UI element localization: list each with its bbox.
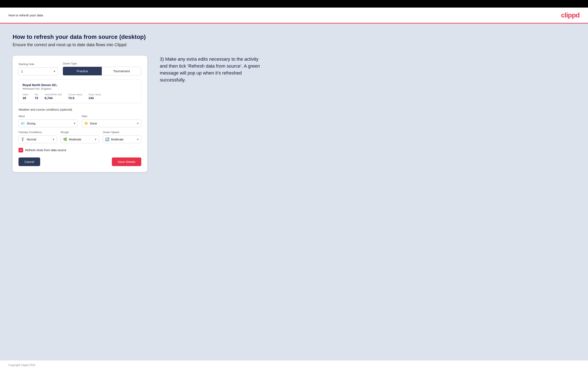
fairway-group: Fairway Conditions 🏌️ Normal ▼: [18, 131, 57, 143]
rain-label: Rain: [82, 115, 141, 118]
par-stat: Par 72: [35, 93, 38, 100]
green-speed-icon: 🔄: [105, 137, 109, 141]
rough-value: Moderate: [69, 138, 93, 141]
wind-value: Strong: [27, 122, 72, 125]
rain-select[interactable]: ☀️ None ▼: [82, 119, 141, 127]
main-content: How to refresh your data from source (de…: [0, 24, 588, 360]
course-info-box: Royal North Devon GC, Westward Ho!, Engl…: [18, 80, 141, 103]
checkmark-icon: ✓: [19, 149, 22, 152]
starting-hole-label: Starting Hole: [18, 63, 58, 66]
page-subtitle: Ensure the correct and most up to date d…: [13, 42, 575, 47]
holes-label: Holes: [23, 93, 28, 96]
rain-group: Rain ☀️ None ▼: [82, 115, 141, 127]
copyright-text: Copyright Clippd 2022: [9, 363, 35, 367]
practice-button[interactable]: Practice: [63, 67, 102, 75]
content-layout: Starting Hole 1 ▼ Game Type Practice Tou…: [13, 56, 575, 172]
top-form-row: Starting Hole 1 ▼ Game Type Practice Tou…: [18, 62, 141, 75]
yards-stat: Yards/White (M)) 6,744: [44, 93, 62, 100]
slope-rating-label: Slope rating: [88, 93, 101, 96]
fairway-value: Normal: [27, 138, 51, 141]
green-speed-select[interactable]: 🔄 Moderate ▼: [103, 135, 141, 143]
slope-rating-stat: Slope rating 134: [88, 93, 101, 100]
instruction-panel: 3) Make any extra edits necessary to the…: [160, 56, 261, 83]
game-type-group: Game Type Practice Tournament: [63, 62, 141, 75]
rough-icon: 🌿: [63, 137, 67, 141]
starting-hole-select-wrapper: 1 ▼: [18, 67, 58, 75]
green-speed-group: Green Speed 🔄 Moderate ▼: [103, 131, 141, 143]
conditions-second-row: Fairway Conditions 🏌️ Normal ▼ Rough 🌿 M…: [18, 131, 141, 143]
conditions-title: Weather and course conditions (optional): [18, 108, 141, 111]
course-location: Westward Ho!, England: [23, 87, 137, 90]
course-rating-value: 72.5: [68, 96, 82, 100]
course-name: Royal North Devon GC,: [23, 83, 137, 87]
header: How to refresh your data clippd: [0, 8, 588, 24]
holes-stat: Holes 18: [23, 93, 28, 100]
rough-select[interactable]: 🌿 Moderate ▼: [61, 135, 99, 143]
cancel-button[interactable]: Cancel: [18, 158, 40, 166]
footer: Copyright Clippd 2022: [0, 360, 588, 367]
wind-icon: 💨: [21, 121, 25, 125]
par-value: 72: [35, 96, 38, 100]
green-speed-label: Green Speed: [103, 131, 141, 134]
yards-value: 6,744: [44, 96, 62, 100]
wind-arrow-icon: ▼: [73, 122, 76, 125]
page-title: How to refresh your data from source (de…: [13, 33, 575, 40]
instruction-text: 3) Make any extra edits necessary to the…: [160, 56, 261, 83]
rain-arrow-icon: ▼: [137, 122, 139, 125]
tournament-button[interactable]: Tournament: [102, 67, 141, 75]
green-speed-value: Moderate: [111, 138, 135, 141]
game-type-toggle: Practice Tournament: [63, 67, 141, 75]
holes-value: 18: [23, 96, 28, 100]
wind-select[interactable]: 💨 Strong ▼: [18, 119, 78, 127]
form-card: Starting Hole 1 ▼ Game Type Practice Tou…: [13, 56, 147, 172]
logo: clippd: [561, 11, 579, 19]
rough-group: Rough 🌿 Moderate ▼: [61, 131, 99, 143]
course-rating-label: Course rating: [68, 93, 82, 96]
course-rating-stat: Course rating 72.5: [68, 93, 82, 100]
rain-icon: ☀️: [84, 121, 88, 125]
fairway-label: Fairway Conditions: [18, 131, 57, 134]
save-details-button[interactable]: Save Details: [112, 158, 141, 166]
header-title: How to refresh your data: [9, 13, 43, 17]
rough-arrow-icon: ▼: [94, 138, 97, 141]
fairway-arrow-icon: ▼: [52, 138, 55, 141]
green-speed-arrow-icon: ▼: [137, 138, 139, 141]
top-bar: [0, 0, 588, 8]
refresh-checkbox-row: ✓ Refresh shots from data source: [18, 148, 141, 152]
starting-hole-group: Starting Hole 1 ▼: [18, 63, 58, 75]
refresh-checkbox[interactable]: ✓: [18, 148, 23, 152]
slope-rating-value: 134: [88, 96, 101, 100]
starting-hole-select[interactable]: 1: [18, 67, 58, 75]
fairway-select[interactable]: 🏌️ Normal ▼: [18, 135, 57, 143]
wind-group: Wind 💨 Strong ▼: [18, 115, 78, 127]
wind-rain-row: Wind 💨 Strong ▼ Rain ☀️ None ▼: [18, 115, 141, 127]
rough-label: Rough: [61, 131, 99, 134]
rain-value: None: [90, 122, 135, 125]
yards-label: Yards/White (M)): [44, 93, 62, 96]
game-type-label: Game Type: [63, 62, 141, 65]
course-stats: Holes 18 Par 72 Yards/White (M)) 6,744 C…: [23, 93, 137, 100]
par-label: Par: [35, 93, 38, 96]
fairway-icon: 🏌️: [21, 137, 25, 141]
wind-label: Wind: [18, 115, 78, 118]
action-row: Cancel Save Details: [18, 158, 141, 166]
refresh-checkbox-label: Refresh shots from data source: [25, 149, 66, 152]
